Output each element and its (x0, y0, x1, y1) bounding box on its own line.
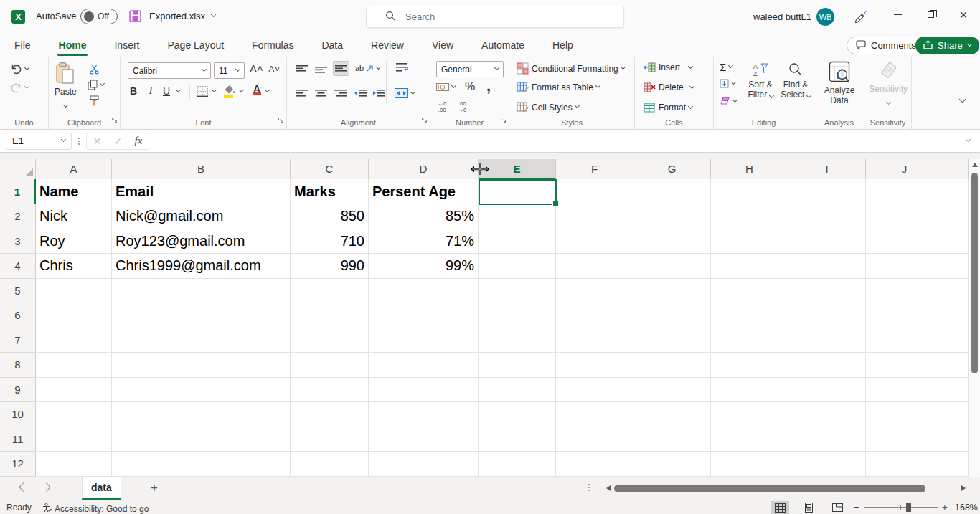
cell-E8[interactable] (479, 353, 556, 378)
cell-K3[interactable] (943, 229, 969, 254)
prev-sheet-arrow-icon[interactable] (19, 482, 28, 492)
horizontal-scroll-thumb[interactable] (614, 485, 925, 492)
sheet-tab-data[interactable]: data (82, 477, 121, 500)
tab-data[interactable]: Data (320, 39, 344, 51)
normal-view-button[interactable] (771, 501, 789, 514)
cell-H9[interactable] (711, 378, 788, 403)
page-layout-view-button[interactable] (799, 501, 818, 514)
insert-cells-button[interactable]: Insert (644, 62, 692, 72)
new-sheet-button[interactable]: + (146, 480, 162, 496)
cell-J2[interactable] (866, 204, 943, 229)
borders-button[interactable] (197, 85, 209, 100)
cell-G2[interactable] (633, 204, 711, 229)
row-header-1[interactable]: 1 (0, 179, 36, 204)
col-header-C[interactable]: C (291, 159, 369, 179)
cut-button[interactable] (89, 64, 100, 77)
cell-F3[interactable] (556, 229, 633, 254)
close-button[interactable]: × (947, 0, 980, 29)
cell-A7[interactable] (36, 328, 112, 353)
cell-B11[interactable] (112, 427, 291, 452)
cell-K8[interactable] (943, 353, 969, 378)
cell-J4[interactable] (866, 254, 943, 279)
cell-F4[interactable] (556, 254, 633, 279)
tab-view[interactable]: View (430, 39, 455, 51)
cell-F10[interactable] (556, 402, 633, 427)
scroll-right-arrow-icon[interactable] (961, 485, 966, 491)
paste-button[interactable]: Paste (55, 62, 77, 110)
row-header-8[interactable]: 8 (0, 353, 36, 378)
cell-B12[interactable] (112, 452, 291, 477)
minimize-button[interactable] (881, 0, 914, 29)
cell-G1[interactable] (633, 179, 711, 204)
cell-D11[interactable] (369, 427, 479, 452)
clear-button[interactable] (720, 97, 737, 105)
row-header-7[interactable]: 7 (0, 328, 36, 353)
row-header-12[interactable]: 12 (0, 452, 36, 477)
cell-E12[interactable] (479, 452, 556, 477)
cell-G8[interactable] (633, 353, 711, 378)
fill-color-chevron-icon[interactable] (239, 87, 244, 92)
cell-K5[interactable] (943, 279, 969, 304)
cell-B5[interactable] (112, 279, 291, 304)
insert-function-icon[interactable]: fx (135, 135, 143, 147)
cell-I4[interactable] (788, 254, 866, 279)
col-header-B[interactable]: B (112, 159, 291, 179)
avatar[interactable]: WB (816, 8, 834, 26)
cell-E6[interactable] (479, 303, 556, 328)
cell-A5[interactable] (36, 279, 112, 304)
cell-E9[interactable] (479, 378, 556, 403)
bottom-align-button[interactable] (333, 61, 349, 76)
cell-B2[interactable]: Nick@gmail.com (112, 204, 291, 229)
wrap-text-button[interactable] (396, 62, 409, 77)
cell-J3[interactable] (866, 229, 943, 254)
cell-G10[interactable] (633, 402, 711, 427)
cell-J11[interactable] (866, 427, 943, 452)
cell-E7[interactable] (479, 328, 556, 353)
excel-logo-icon[interactable]: X (11, 10, 25, 24)
tab-help[interactable]: Help (551, 39, 575, 51)
cell-K4[interactable] (943, 254, 969, 279)
cell-G6[interactable] (633, 303, 711, 328)
row-header-6[interactable]: 6 (0, 303, 36, 328)
cell-C10[interactable] (291, 402, 369, 427)
cell-I12[interactable] (788, 452, 866, 477)
zoom-level[interactable]: 168% (955, 503, 978, 513)
decrease-indent-button[interactable] (354, 88, 367, 101)
cell-J1[interactable] (866, 179, 943, 204)
cell-J8[interactable] (866, 353, 943, 378)
zoom-slider-thumb[interactable] (906, 503, 911, 512)
cell-I9[interactable] (788, 378, 866, 403)
cell-C4[interactable]: 990 (291, 254, 369, 279)
format-as-table-button[interactable]: Format as Table (517, 82, 600, 92)
cell-A12[interactable] (36, 452, 112, 477)
cell-G4[interactable] (633, 254, 711, 279)
increase-indent-button[interactable] (372, 88, 385, 101)
cell-I10[interactable] (788, 402, 866, 427)
cell-H6[interactable] (711, 303, 788, 328)
cell-C6[interactable] (291, 303, 369, 328)
find-select-button[interactable]: Find & Select (780, 62, 811, 100)
cell-E4[interactable] (479, 254, 556, 279)
cell-A10[interactable] (36, 402, 112, 427)
cell-H8[interactable] (711, 353, 788, 378)
font-name-select[interactable]: Calibri (128, 62, 211, 79)
tab-formulas[interactable]: Formulas (250, 39, 295, 51)
cancel-icon[interactable]: ✕ (93, 135, 102, 147)
fill-button[interactable] (720, 79, 735, 88)
cell-F8[interactable] (556, 353, 633, 378)
cell-H12[interactable] (711, 452, 788, 477)
autosave-toggle[interactable]: Off (80, 9, 118, 24)
col-header-A[interactable]: A (36, 159, 112, 179)
row-header-3[interactable]: 3 (0, 229, 36, 254)
tab-page-layout[interactable]: Page Layout (166, 39, 225, 51)
cell-styles-button[interactable]: Cell Styles (517, 102, 579, 113)
zoom-out-button[interactable]: − (854, 502, 859, 513)
cell-F9[interactable] (556, 378, 633, 403)
collapse-ribbon-chevron-icon[interactable] (959, 96, 966, 103)
col-header-F[interactable]: F (556, 159, 633, 179)
cell-H5[interactable] (711, 279, 788, 304)
tab-insert[interactable]: Insert (113, 39, 141, 51)
format-painter-button[interactable] (89, 95, 100, 110)
search-box[interactable] (366, 6, 624, 28)
cell-J9[interactable] (866, 378, 943, 403)
